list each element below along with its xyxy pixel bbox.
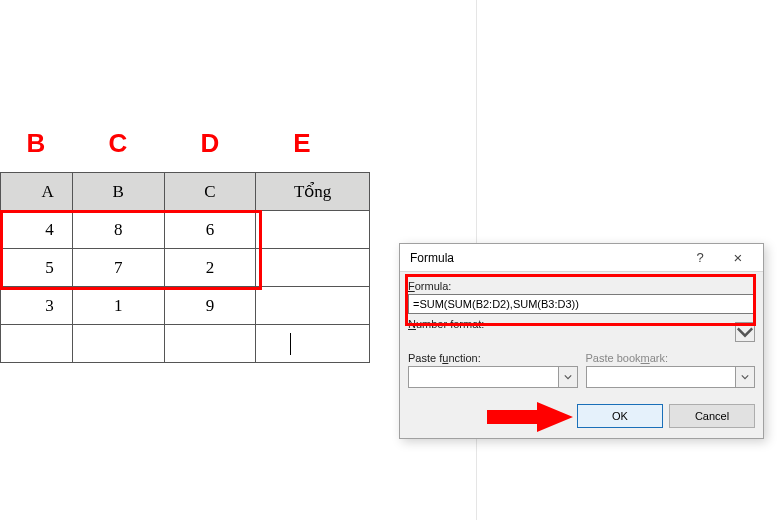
table-row[interactable]: 3 1 9 <box>1 287 370 325</box>
word-table[interactable]: A B C Tổng 4 8 6 5 7 2 3 1 9 <box>0 172 370 363</box>
paste-function-label: Paste function: <box>408 352 578 364</box>
paste-function-input[interactable] <box>408 366 558 388</box>
table-cell[interactable] <box>256 249 370 287</box>
table-cell[interactable]: 7 <box>72 249 164 287</box>
table-cell[interactable] <box>256 211 370 249</box>
table-cell[interactable] <box>256 325 370 363</box>
table-header-cell[interactable]: A <box>1 173 73 211</box>
dialog-title: Formula <box>410 251 454 265</box>
formula-dialog: Formula ? × Formula: Number format: Past… <box>399 243 764 439</box>
table-header-cell[interactable]: B <box>72 173 164 211</box>
table-header-cell[interactable]: Tổng <box>256 173 370 211</box>
column-letter: B <box>0 128 72 159</box>
paste-bookmark-label: Paste bookmark: <box>586 352 756 364</box>
table-cell[interactable]: 9 <box>164 287 256 325</box>
table-row[interactable] <box>1 325 370 363</box>
paste-function-dropdown-button[interactable] <box>558 366 578 388</box>
paste-bookmark-combo[interactable] <box>586 366 756 388</box>
table-cell[interactable]: 1 <box>72 287 164 325</box>
dialog-button-row: OK Cancel <box>400 396 763 438</box>
table-header-row: A B C Tổng <box>1 173 370 211</box>
formula-label: Formula: <box>408 280 755 292</box>
paste-bookmark-input[interactable] <box>586 366 736 388</box>
cancel-button[interactable]: Cancel <box>669 404 755 428</box>
column-letter: D <box>164 128 256 159</box>
paste-function-combo[interactable] <box>408 366 578 388</box>
chevron-down-icon <box>564 373 572 381</box>
column-letter: E <box>256 128 348 159</box>
table-cell[interactable]: 4 <box>1 211 73 249</box>
table-header-cell[interactable]: C <box>164 173 256 211</box>
table-cell[interactable] <box>1 325 73 363</box>
chevron-down-icon <box>736 323 754 341</box>
dialog-titlebar[interactable]: Formula ? × <box>400 244 763 272</box>
text-caret <box>290 333 291 355</box>
chevron-down-icon <box>741 373 749 381</box>
help-icon: ? <box>696 250 703 265</box>
table-cell[interactable]: 8 <box>72 211 164 249</box>
column-letter: C <box>72 128 164 159</box>
number-format-dropdown-button[interactable] <box>735 322 755 342</box>
column-letter-row: B C D E <box>0 128 348 159</box>
table-row[interactable]: 4 8 6 <box>1 211 370 249</box>
dialog-body: Formula: Number format: Paste function: <box>400 272 763 396</box>
table-cell[interactable] <box>256 287 370 325</box>
close-icon: × <box>734 249 743 266</box>
table-cell[interactable]: 6 <box>164 211 256 249</box>
table-row[interactable]: 5 7 2 <box>1 249 370 287</box>
table-cell[interactable]: 3 <box>1 287 73 325</box>
formula-input[interactable] <box>408 294 755 314</box>
ok-button[interactable]: OK <box>577 404 663 428</box>
table-cell[interactable]: 2 <box>164 249 256 287</box>
table-cell[interactable] <box>164 325 256 363</box>
dialog-help-button[interactable]: ? <box>681 245 719 271</box>
number-format-label: Number format: <box>408 318 755 330</box>
table-cell[interactable] <box>72 325 164 363</box>
paste-bookmark-dropdown-button[interactable] <box>735 366 755 388</box>
table-cell[interactable]: 5 <box>1 249 73 287</box>
dialog-close-button[interactable]: × <box>719 245 757 271</box>
